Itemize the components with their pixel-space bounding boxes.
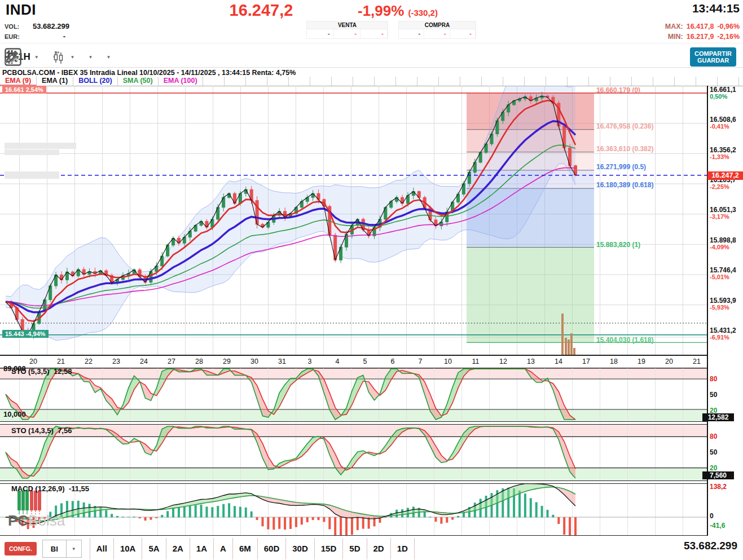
indicator-axis-label: 50 (710, 391, 717, 398)
min-value: 16.217,9 (687, 33, 714, 41)
range-button-2a[interactable]: 2A (166, 538, 190, 559)
support-badge: 15.443 -4,94% (2, 330, 49, 338)
x-axis-label: 3 (301, 358, 318, 365)
legend-item-ema-1[interactable]: EMA (1) (37, 77, 73, 86)
volume-axis-bottom: 10,000 (3, 410, 26, 418)
trading-app: INDI VOL: 53.682.299 EUR: - 16.247,2 -1,… (0, 0, 743, 560)
range-button-1a[interactable]: 1A (190, 538, 213, 559)
indicator-axis-label: 0 (710, 513, 714, 519)
range-button-a[interactable]: A (213, 538, 232, 559)
fib-level-label: 15.404,030 (1.618) (596, 336, 653, 344)
vol-value: 53.682.299 (33, 22, 69, 30)
sto2-panel[interactable] (0, 424, 707, 481)
chevron-down-icon[interactable]: ▼ (66, 540, 81, 557)
fib-level-label: 16.476,958 (0.236) (596, 122, 653, 130)
indicator-axis-label: 138,2 (710, 483, 727, 490)
price-axis-label: 16.508,6-0,41% (710, 116, 736, 130)
price-axis-label: 15.593,9-5,93% (710, 297, 736, 311)
fib-level-label: 16.660,179 (0) (596, 86, 640, 94)
eur-label: EUR: (5, 33, 20, 40)
pencil-icon (5, 50, 19, 64)
x-axis-label: 20 (25, 358, 42, 365)
indicator-axis-label: 50 (710, 449, 717, 456)
header-divider (0, 43, 743, 43)
x-axis-label: 5 (357, 358, 373, 365)
range-button-5a[interactable]: 5A (142, 538, 165, 559)
sto1-value-badge: 12,582 (702, 413, 734, 421)
range-button-15d[interactable]: 15D (314, 538, 343, 559)
x-axis-label: 22 (80, 358, 97, 365)
eur-value: - (33, 32, 65, 41)
legend-item-sma-50[interactable]: SMA (50) (118, 77, 159, 86)
price-axis-label: 16.661,10,50% (710, 86, 736, 100)
sto2-label: STO (14,3,5) 7,56 (11, 426, 72, 435)
x-axis-label: 30 (246, 358, 263, 365)
current-price-badge: 16.247,2 (707, 171, 743, 180)
x-axis-label: 21 (688, 358, 705, 365)
x-axis-label: 24 (135, 358, 152, 365)
x-axis-label: 7 (412, 358, 429, 365)
symbol-name: INDI (6, 1, 36, 19)
share-save-button[interactable]: COMPARTIR GUARDAR (690, 47, 736, 67)
save-label: GUARDAR (697, 57, 729, 64)
x-axis-label: 12 (495, 358, 512, 365)
x-axis-label: 21 (52, 358, 69, 365)
x-axis: 2021222324272829303134567101112131417181… (0, 355, 707, 369)
indicator-axis-label: 20 (710, 465, 717, 471)
last-price: 16.247,2 (225, 1, 298, 20)
settings-button[interactable]: ▼ (71, 55, 75, 60)
sto1-panel[interactable] (0, 368, 707, 422)
legend-row: EMA (9)EMA (1)BOLL (20)SMA (50)EMA (100) (0, 77, 743, 86)
hidden-label-bar (5, 143, 76, 149)
draw-tools-button[interactable]: ▼ (106, 55, 111, 60)
range-button-30d[interactable]: 30D (285, 538, 314, 559)
indicator-axis-label: 80 (710, 376, 717, 382)
change-points: (-330,2) (408, 8, 438, 17)
price-axis-label: 16.051,3-3,17% (710, 206, 736, 220)
min-pct: -2,16% (717, 33, 740, 41)
hidden-label-bar (5, 171, 59, 179)
min-label: MIN: (668, 33, 683, 41)
legend-item-boll-20[interactable]: BOLL (20) (73, 77, 118, 86)
chart-type-button[interactable]: HA ▼ (52, 55, 57, 60)
indicator-axis-label: -41,6 (710, 522, 725, 529)
config-button[interactable]: CONFG. (5, 542, 37, 555)
range-button-1d[interactable]: 1D (390, 538, 415, 559)
macd-panel[interactable] (0, 483, 707, 536)
x-axis-label: 28 (191, 358, 208, 365)
venta-box: VENTA - - - (306, 21, 388, 39)
x-axis-label: 31 (274, 358, 291, 365)
x-axis-label: 14 (550, 358, 567, 365)
chevron-down-icon: ▼ (34, 55, 39, 60)
max-pct: -0,96% (717, 23, 740, 30)
legend-item-ema-9[interactable]: EMA (9) (0, 77, 37, 86)
max-value: 16.417,8 (687, 23, 714, 30)
index-selector-value: BI (43, 545, 66, 553)
range-button-2d[interactable]: 2D (367, 538, 390, 559)
venta-extra: - (360, 29, 388, 38)
range-button-5d[interactable]: 5D (342, 538, 366, 559)
legend-item-ema-100[interactable]: EMA (100) (159, 77, 203, 86)
compra-qty: - (399, 29, 424, 38)
index-selector[interactable]: BI ▼ (42, 540, 82, 558)
x-axis-label: 17 (578, 358, 595, 365)
venta-label: VENTA (307, 21, 388, 29)
range-button-all[interactable]: All (90, 538, 113, 559)
add-indicator-button[interactable]: ▼ (89, 55, 93, 60)
bottom-bar: CONFG. BI ▼ All10A5A2A1AA6M60D30D15D5D2D… (0, 537, 743, 560)
hidden-label-bar (5, 149, 59, 155)
sto2-value-badge: 7,560 (702, 471, 734, 479)
price-axis-label: 15.746,4-5,01% (710, 267, 736, 280)
range-button-60d[interactable]: 60D (257, 538, 286, 559)
x-axis-label: 19 (633, 358, 650, 365)
session-volume: 53.682.299 (684, 540, 737, 552)
range-button-10a[interactable]: 10A (113, 538, 142, 559)
vol-label: VOL: (5, 23, 19, 30)
compra-box: COMPRA - - - (398, 21, 476, 39)
price-axis-label: 15.431,2-6,91% (710, 327, 736, 341)
x-axis-label: 6 (384, 358, 401, 365)
resistance-badge: 16.661 2,54% (2, 86, 46, 94)
indicator-axis-label: 80 (710, 433, 717, 440)
range-button-6m[interactable]: 6M (232, 538, 257, 559)
max-label: MAX: (665, 23, 683, 30)
